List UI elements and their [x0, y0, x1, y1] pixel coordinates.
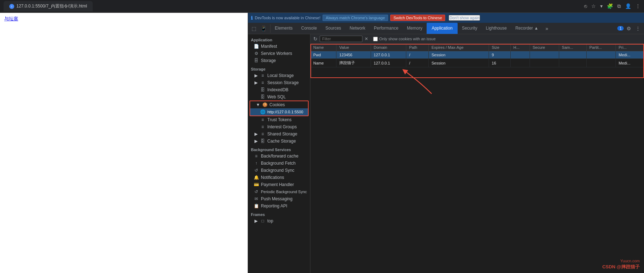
manifest-icon: 📄 [254, 44, 259, 49]
col-expires[interactable]: Expires / Max-Age [428, 44, 489, 51]
col-priority[interactable]: Pri... [615, 44, 644, 51]
sidebar-item-periodic-bg-sync[interactable]: ↺ Periodic Background Sync [248, 188, 310, 195]
sidebar-item-session-storage[interactable]: ▶ ≡ Session Storage [248, 79, 310, 86]
inspect-icon[interactable]: ⬚ [250, 24, 258, 33]
browser-tab[interactable]: i 127.0.0.1:5500/7_内置指令/演示.html [4, 1, 93, 11]
tab-elements[interactable]: Elements [271, 23, 297, 34]
profile-icon[interactable]: ▾ [600, 3, 603, 9]
share-icon[interactable]: ⎋ [584, 3, 587, 9]
browser-chrome: i 127.0.0.1:5500/7_内置指令/演示.html ⎋ ☆ ▾ 🧩 … [0, 0, 644, 13]
sidebar-item-cookies[interactable]: ▼ 🍪 Cookies [250, 101, 308, 108]
col-value[interactable]: Value [336, 44, 371, 51]
main-content: ↻ ✕ Only show cookies with an issue Name… [310, 34, 644, 273]
col-path[interactable]: Path [406, 44, 429, 51]
trust-tokens-icon: ≡ [260, 117, 265, 122]
bg-services-section-label: Background Services [248, 145, 310, 153]
sidebar-item-cache-storage[interactable]: ▶ 🗄 Cache Storage [248, 138, 310, 145]
dismiss-button[interactable]: Don't show again [449, 15, 480, 21]
cell-priority: Medi... [615, 59, 644, 67]
account-icon[interactable]: 👤 [625, 3, 631, 9]
sidebar-item-shared-storage[interactable]: ▶ ≡ Shared Storage [248, 130, 310, 138]
sidebar-item-reporting-api[interactable]: 📋 Reporting API [248, 202, 310, 210]
sidebar-item-payment-handler[interactable]: 💳 Payment Handler [248, 181, 310, 188]
expand-icon: ▶ [254, 139, 258, 143]
issues-checkbox[interactable] [373, 37, 378, 41]
settings-icon[interactable]: ⚙ [625, 24, 633, 33]
interest-groups-icon: ≡ [260, 124, 265, 129]
session-storage-icon: ≡ [260, 80, 265, 85]
sidebar-item-service-workers[interactable]: ⚙ Service Workers [248, 50, 310, 57]
browser-actions: ⎋ ☆ ▾ 🧩 ⧉ 👤 ⋮ [584, 3, 640, 9]
sidebar-item-cookie-url[interactable]: 🌐 http://127.0.0.1:5500 [250, 108, 308, 115]
menu-icon[interactable]: ⋮ [635, 3, 640, 9]
filter-input[interactable] [320, 36, 362, 42]
match-language-button[interactable]: Always match Chrome's language [323, 15, 388, 21]
col-partition[interactable]: Partit... [586, 44, 615, 51]
tab-network[interactable]: Network [345, 23, 370, 34]
cell-secure [530, 59, 559, 67]
sidebar-item-web-sql[interactable]: ▶ 🗄 Web SQL [248, 93, 310, 101]
expand-icon: ▶ [254, 73, 258, 78]
col-size[interactable]: Size [489, 44, 510, 51]
tab-console[interactable]: Console [297, 23, 321, 34]
sidebar-item-local-storage[interactable]: ▶ ≡ Local Storage [248, 72, 310, 79]
expand-icon: ▶ [254, 132, 258, 136]
cookie-table: Name Value Domain Path Expires / Max-Age… [310, 44, 644, 67]
table-row[interactable]: Name 摔跤猫子 127.0.0.1 / Session 16 Medi... [310, 59, 644, 67]
cell-domain: 127.0.0.1 [371, 51, 406, 59]
col-httponly[interactable]: H... [510, 44, 530, 51]
tab-performance[interactable]: Performance [370, 23, 403, 34]
payment-handler-icon: 💳 [254, 182, 259, 187]
sidebar-item-frames-top[interactable]: ▶ □ top [248, 217, 310, 225]
more-tabs-icon[interactable]: » [543, 26, 551, 31]
storage-app-icon: 🗄 [254, 58, 259, 63]
tab-title: 127.0.0.1:5500/7_内置指令/演示.html [16, 3, 87, 9]
issues-badge[interactable]: 1 [617, 26, 624, 31]
sidebar-item-back-forward-cache[interactable]: ≡ Back/forward cache [248, 153, 310, 160]
page-link[interactable]: 与坛塞 [0, 13, 248, 25]
cookies-expand-icon: ▼ [256, 103, 260, 107]
window-icon[interactable]: ⧉ [617, 3, 621, 9]
refresh-button[interactable]: ↻ [313, 36, 318, 42]
back-forward-cache-icon: ≡ [254, 154, 259, 159]
sidebar-item-background-sync[interactable]: ↺ Background Sync [248, 167, 310, 174]
device-icon[interactable]: 📱 [259, 24, 268, 33]
col-samesite[interactable]: Sam... [559, 44, 586, 51]
filter-clear-button[interactable]: ✕ [365, 36, 368, 41]
sidebar-item-notifications[interactable]: 🔔 Notifications [248, 174, 310, 181]
sidebar-item-push-messaging[interactable]: ✉ Push Messaging [248, 195, 310, 202]
tab-application[interactable]: Application [427, 23, 458, 34]
reporting-api-icon: 📋 [254, 204, 259, 208]
sidebar-item-manifest[interactable]: 📄 Manifest [248, 43, 310, 50]
cell-partition [586, 51, 615, 59]
toolbar-icons: ⬚ 📱 [248, 24, 271, 33]
col-secure[interactable]: Secure [530, 44, 559, 51]
sidebar-item-trust-tokens[interactable]: ▶ ≡ Trust Tokens [248, 116, 310, 123]
toolbar-right: 1 ⚙ ⋮ [615, 24, 644, 33]
tab-lighthouse[interactable]: Lighthouse [481, 23, 511, 34]
sidebar-item-indexeddb[interactable]: ▶ 🗄 IndexedDB [248, 86, 310, 93]
sidebar-item-storage-app[interactable]: 🗄 Storage [248, 57, 310, 64]
issues-filter-label[interactable]: Only show cookies with an issue [373, 37, 436, 41]
col-domain[interactable]: Domain [371, 44, 406, 51]
col-name[interactable]: Name [310, 44, 336, 51]
extensions-icon[interactable]: 🧩 [607, 3, 613, 9]
switch-devtools-button[interactable]: Switch DevTools to Chinese [390, 15, 445, 21]
frames-section-label: Frames [248, 210, 310, 217]
cookies-highlight-box: ▼ 🍪 Cookies 🌐 http://127.0.0.1:5500 [249, 101, 309, 116]
tab-security[interactable]: Security [458, 23, 481, 34]
tab-sources[interactable]: Sources [321, 23, 345, 34]
cell-httponly [510, 59, 530, 67]
storage-section-label: Storage [248, 65, 310, 72]
cell-name: Pwd [310, 51, 336, 59]
cell-httponly [510, 51, 530, 59]
watermark-csdn: CSDN @摔跤猫子 [602, 264, 640, 270]
cookie-filter-bar: ↻ ✕ Only show cookies with an issue [310, 34, 644, 44]
tab-recorder[interactable]: Recorder ▲ [511, 23, 543, 34]
sidebar-item-background-fetch[interactable]: ↑ Background Fetch [248, 160, 310, 167]
more-options-icon[interactable]: ⋮ [634, 24, 642, 33]
table-row[interactable]: Pwd 123456 127.0.0.1 / Session 9 Medi... [310, 51, 644, 59]
sidebar-item-interest-groups[interactable]: ▶ ≡ Interest Groups [248, 123, 310, 130]
bookmark-icon[interactable]: ☆ [591, 3, 596, 9]
tab-memory[interactable]: Memory [403, 23, 427, 34]
